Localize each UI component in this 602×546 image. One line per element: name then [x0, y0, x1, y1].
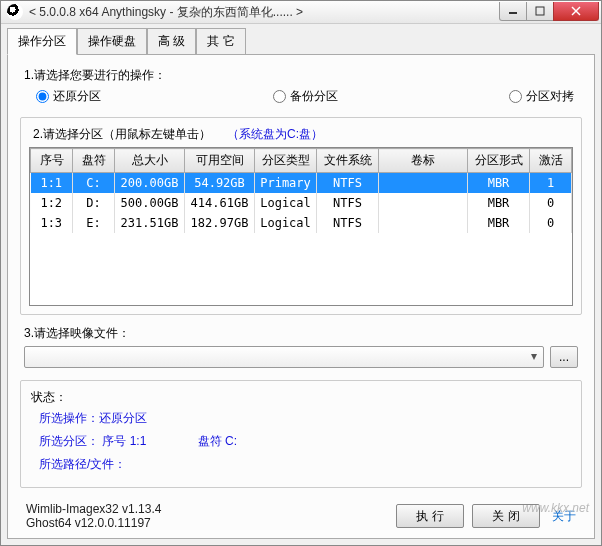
cell-c6: [379, 193, 468, 213]
cell-c0: 1:2: [31, 193, 73, 213]
maximize-button[interactable]: [526, 2, 554, 21]
col-scheme[interactable]: 分区形式: [468, 149, 530, 173]
cell-c3: 182.97GB: [185, 213, 255, 233]
partition-table[interactable]: 序号 盘符 总大小 可用空间 分区类型 文件系统 卷标 分区形式 激活 1:1C…: [29, 147, 573, 306]
system-disk-hint: （系统盘为C:盘）: [227, 126, 323, 143]
radio-restore-input[interactable]: [36, 90, 49, 103]
svg-rect-1: [536, 7, 544, 15]
tab-partition[interactable]: 操作分区: [7, 28, 77, 55]
cell-c7: MBR: [468, 193, 530, 213]
col-active[interactable]: 激活: [530, 149, 572, 173]
col-letter[interactable]: 盘符: [73, 149, 115, 173]
tab-other[interactable]: 其 它: [196, 28, 245, 55]
cell-c8: 1: [530, 173, 572, 194]
cell-c4: Logical: [255, 213, 317, 233]
cell-c6: [379, 213, 468, 233]
cell-c1: D:: [73, 193, 115, 213]
cell-c8: 0: [530, 213, 572, 233]
table-row[interactable]: 1:2D:500.00GB414.61GBLogicalNTFSMBR0: [31, 193, 572, 213]
table-row[interactable]: 1:3E:231.51GB182.97GBLogicalNTFSMBR0: [31, 213, 572, 233]
table-empty-area[interactable]: [30, 233, 572, 305]
cell-c5: NTFS: [317, 173, 379, 194]
version-info: Wimlib-Imagex32 v1.13.4 Ghost64 v12.0.0.…: [26, 502, 161, 530]
cell-c3: 54.92GB: [185, 173, 255, 194]
col-index[interactable]: 序号: [31, 149, 73, 173]
about-link[interactable]: 关于: [552, 508, 576, 525]
status-operation: 所选操作：还原分区: [39, 410, 571, 427]
col-ptype[interactable]: 分区类型: [255, 149, 317, 173]
step1-label: 1.请选择您要进行的操作：: [24, 67, 582, 84]
app-icon: [7, 4, 23, 20]
radio-backup-input[interactable]: [273, 90, 286, 103]
step3-label: 3.请选择映像文件：: [24, 325, 582, 342]
close-button[interactable]: [553, 2, 599, 21]
status-path: 所选路径/文件：: [39, 456, 571, 473]
tab-panel: 1.请选择您要进行的操作： 还原分区 备份分区 分区对拷 2.请选择分区（用鼠标…: [7, 54, 595, 539]
minimize-button[interactable]: [499, 2, 527, 21]
cell-c2: 500.00GB: [115, 193, 185, 213]
tab-advanced[interactable]: 高 级: [147, 28, 196, 55]
titlebar[interactable]: < 5.0.0.8 x64 Anythingsky - 复杂的东西简单化....…: [1, 1, 601, 24]
cell-c5: NTFS: [317, 213, 379, 233]
cell-c4: Primary: [255, 173, 317, 194]
cell-c1: C:: [73, 173, 115, 194]
cell-c2: 200.00GB: [115, 173, 185, 194]
cell-c5: NTFS: [317, 193, 379, 213]
close-app-button[interactable]: 关 闭: [472, 504, 540, 528]
step2-label: 2.请选择分区（用鼠标左键单击）: [33, 126, 211, 143]
radio-copy[interactable]: 分区对拷: [509, 88, 574, 105]
cell-c1: E:: [73, 213, 115, 233]
radio-copy-input[interactable]: [509, 90, 522, 103]
col-free[interactable]: 可用空间: [185, 149, 255, 173]
app-window: < 5.0.0.8 x64 Anythingsky - 复杂的东西简单化....…: [0, 0, 602, 546]
col-label[interactable]: 卷标: [379, 149, 468, 173]
cell-c8: 0: [530, 193, 572, 213]
col-fs[interactable]: 文件系统: [317, 149, 379, 173]
radio-backup[interactable]: 备份分区: [273, 88, 338, 105]
table-row[interactable]: 1:1C:200.00GB54.92GBPrimaryNTFSMBR1: [31, 173, 572, 194]
cell-c0: 1:3: [31, 213, 73, 233]
table-header-row: 序号 盘符 总大小 可用空间 分区类型 文件系统 卷标 分区形式 激活: [31, 149, 572, 173]
tab-disk[interactable]: 操作硬盘: [77, 28, 147, 55]
cell-c2: 231.51GB: [115, 213, 185, 233]
status-label: 状态：: [31, 389, 571, 406]
execute-button[interactable]: 执 行: [396, 504, 464, 528]
cell-c7: MBR: [468, 213, 530, 233]
radio-restore[interactable]: 还原分区: [36, 88, 101, 105]
tab-bar: 操作分区 操作硬盘 高 级 其 它: [7, 28, 595, 55]
status-box: 状态： 所选操作：还原分区 所选分区： 序号 1:1 盘符 C: 所选路径/文件…: [20, 380, 582, 488]
window-title: < 5.0.0.8 x64 Anythingsky - 复杂的东西简单化....…: [29, 4, 500, 21]
image-path-combo[interactable]: [24, 346, 544, 368]
partition-group: 2.请选择分区（用鼠标左键单击） （系统盘为C:盘） 序号 盘符 总大小 可用空…: [20, 117, 582, 315]
cell-c0: 1:1: [31, 173, 73, 194]
browse-button[interactable]: ...: [550, 346, 578, 368]
col-size[interactable]: 总大小: [115, 149, 185, 173]
cell-c3: 414.61GB: [185, 193, 255, 213]
cell-c4: Logical: [255, 193, 317, 213]
status-partition: 所选分区： 序号 1:1 盘符 C:: [39, 433, 571, 450]
cell-c7: MBR: [468, 173, 530, 194]
footer: Wimlib-Imagex32 v1.13.4 Ghost64 v12.0.0.…: [20, 496, 582, 530]
cell-c6: [379, 173, 468, 194]
